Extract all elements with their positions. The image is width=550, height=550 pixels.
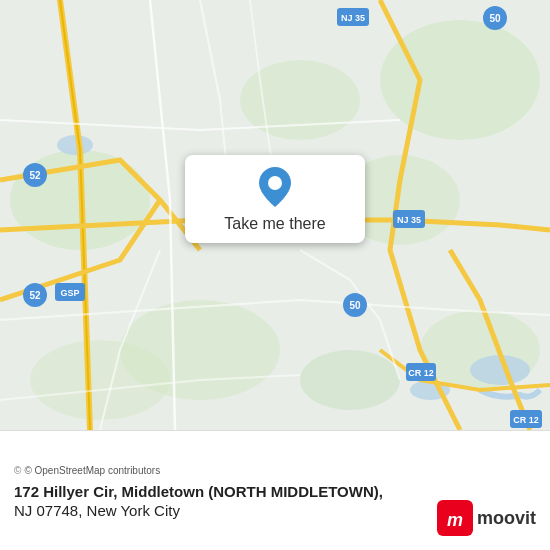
- svg-point-7: [30, 340, 170, 420]
- svg-text:52: 52: [29, 290, 41, 301]
- svg-point-6: [300, 350, 400, 410]
- bottom-info-bar: © © OpenStreetMap contributors 172 Hilly…: [0, 430, 550, 550]
- address-line1: 172 Hillyer Cir, Middletown (NORTH MIDDL…: [14, 482, 536, 502]
- svg-text:GSP: GSP: [60, 288, 79, 298]
- svg-point-2: [380, 20, 540, 140]
- svg-text:50: 50: [349, 300, 361, 311]
- svg-point-9: [57, 135, 93, 155]
- moovit-icon: m: [437, 500, 473, 536]
- moovit-logo[interactable]: m moovit: [437, 500, 536, 536]
- moovit-brand-text: moovit: [477, 508, 536, 529]
- svg-text:52: 52: [29, 170, 41, 181]
- map-attribution: © © OpenStreetMap contributors: [14, 465, 536, 476]
- location-tooltip[interactable]: Take me there: [185, 155, 365, 243]
- copyright-symbol: ©: [14, 465, 21, 476]
- map-view: NJ 35 50 52 52 GSP 50 NJ 35 50 CR 12 CR …: [0, 0, 550, 430]
- map-pin-icon: [257, 165, 293, 209]
- svg-text:NJ 35: NJ 35: [397, 215, 421, 225]
- attribution-text: © OpenStreetMap contributors: [24, 465, 160, 476]
- take-me-there-button[interactable]: Take me there: [224, 215, 325, 233]
- svg-text:NJ 35: NJ 35: [341, 13, 365, 23]
- svg-text:50: 50: [489, 13, 501, 24]
- svg-text:CR 12: CR 12: [513, 415, 539, 425]
- svg-text:m: m: [447, 510, 463, 530]
- svg-point-32: [268, 176, 282, 190]
- svg-text:CR 12: CR 12: [408, 368, 434, 378]
